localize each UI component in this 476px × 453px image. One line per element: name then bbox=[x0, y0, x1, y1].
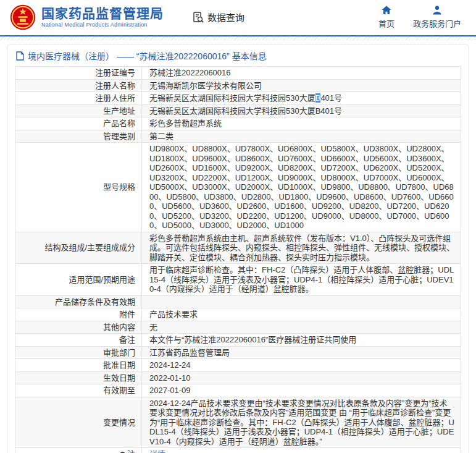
row-label: 适用范围/预期用途 bbox=[15, 264, 142, 296]
table-row: 其他内容无 bbox=[15, 321, 461, 334]
row-label: 注册人名称 bbox=[15, 79, 142, 92]
table-row: 产品名称彩色多普勒超声系统 bbox=[15, 117, 461, 130]
document-icon bbox=[16, 51, 24, 61]
table-row: 注册人住所无锡新吴区太湖国际科技园大学科技园530大厦B401号 bbox=[15, 92, 461, 105]
row-value: 无锡海斯凯尔医学技术有限公司 bbox=[142, 79, 461, 92]
row-label: 注册证编号 bbox=[15, 67, 142, 80]
table-row: 注册人名称无锡海斯凯尔医学技术有限公司 bbox=[15, 79, 461, 92]
site-header: 国家药品监督管理局 National Medical Products Admi… bbox=[0, 0, 476, 35]
registration-info-table: 注册证编号苏械注准20222060016注册人名称无锡海斯凯尔医学技术有限公司注… bbox=[15, 66, 461, 453]
hatch-pattern-strip bbox=[0, 36, 476, 40]
header-nav: 首页 政务服务门户 bbox=[378, 6, 467, 29]
detail-link[interactable]: 详情 bbox=[149, 449, 165, 453]
row-value: 无锡新吴区太湖国际科技园大学科技园530大厦B401号 bbox=[142, 104, 461, 117]
table-row: 型号规格UD9800X、UD8800X、UD7800X、UD6800X、UD58… bbox=[15, 143, 461, 232]
org-name-en: National Medical Products Administration bbox=[41, 22, 164, 28]
row-label: 有效期至 bbox=[15, 384, 142, 397]
row-value: 用于临床超声诊断检查。其中：FH-C2（凸阵探头）适用于人体腹部、盆腔脏器；UD… bbox=[142, 264, 461, 296]
table-row: 注详情 bbox=[15, 448, 461, 453]
row-label: 产品储存条件及有效期 bbox=[15, 295, 142, 308]
row-label: 备注 bbox=[15, 334, 142, 347]
data-query-link[interactable]: 数据查询 bbox=[192, 11, 244, 23]
content-panel: 境内医疗器械（注册） —— “苏械注准20222060016” 基本信息 注册证… bbox=[7, 44, 469, 453]
table-row: 审批部门江苏省药品监督管理局 bbox=[15, 346, 461, 359]
row-value: 2022-01-10 bbox=[142, 371, 461, 384]
row-label: 管理类别 bbox=[15, 130, 142, 143]
row-value: 第二类 bbox=[142, 130, 461, 143]
table-row: 批准日期2024-12-24 bbox=[15, 359, 461, 372]
row-label: 变更情况 bbox=[15, 397, 142, 448]
user-icon bbox=[432, 6, 442, 15]
row-label: 注 bbox=[15, 448, 142, 453]
row-value: 彩色多普勒超声系统由主机、超声系统软件（发布版本：V1.0）、凸阵探头及可选件组… bbox=[142, 232, 461, 264]
breadcrumb-text: 境内医疗器械（注册） —— “苏械注准20222060016” 基本信息 bbox=[28, 49, 267, 62]
row-value: 2024-12-24产品技术要求变更由“技术要求变更情况对比表原条款及内容”变更… bbox=[142, 397, 461, 448]
row-value: 2024-12-24 bbox=[142, 359, 461, 372]
table-row: 附件产品技术要求 bbox=[15, 308, 461, 321]
row-value: 详情 bbox=[142, 448, 461, 453]
row-value: 彩色多普勒超声系统 bbox=[142, 117, 461, 130]
org-name-cn: 国家药品监督管理局 bbox=[41, 6, 164, 21]
row-label: 附件 bbox=[15, 308, 142, 321]
table-row: 注册证编号苏械注准20222060016 bbox=[15, 67, 461, 80]
table-row: 产品储存条件及有效期 bbox=[15, 295, 461, 308]
row-label: 其他内容 bbox=[15, 321, 142, 334]
nav-home[interactable]: 首页 bbox=[378, 6, 395, 29]
row-label: 生产地址 bbox=[15, 104, 142, 117]
org-names: 国家药品监督管理局 National Medical Products Admi… bbox=[41, 6, 164, 28]
table-row: 生效日期2022-01-10 bbox=[15, 371, 461, 384]
row-value bbox=[142, 295, 461, 308]
table-row: 备注本文件与“苏械注准20222060016”医疗器械注册证共同使用 bbox=[15, 334, 461, 347]
table-row: 变更情况2024-12-24产品技术要求变更由“技术要求变更情况对比表原条款及内… bbox=[15, 397, 461, 448]
table-row: 适用范围/预期用途用于临床超声诊断检查。其中：FH-C2（凸阵探头）适用于人体腹… bbox=[15, 264, 461, 296]
row-label: 注册人住所 bbox=[15, 92, 142, 105]
table-row: 生产地址无锡新吴区太湖国际科技园大学科技园530大厦B401号 bbox=[15, 104, 461, 117]
table-row: 管理类别第二类 bbox=[15, 130, 461, 143]
row-value: 产品技术要求 bbox=[142, 308, 461, 321]
breadcrumb: 境内医疗器械（注册） —— “苏械注准20222060016” 基本信息 bbox=[15, 44, 461, 66]
document-search-icon bbox=[192, 11, 204, 23]
row-label: 生效日期 bbox=[15, 371, 142, 384]
row-value: 无锡新吴区太湖国际科技园大学科技园530大厦B401号 bbox=[142, 92, 461, 105]
row-value: 苏械注准20222060016 bbox=[142, 67, 461, 80]
table-row: 结构及组成/主要组成成分彩色多普勒超声系统由主机、超声系统软件（发布版本：V1.… bbox=[15, 232, 461, 264]
row-value: 江苏省药品监督管理局 bbox=[142, 346, 461, 359]
row-label: 产品名称 bbox=[15, 117, 142, 130]
row-value: 2027-01-09 bbox=[142, 384, 461, 397]
nav-gov-portal[interactable]: 政务服务门户 bbox=[413, 6, 461, 29]
row-value: 无 bbox=[142, 321, 461, 334]
national-emblem-icon bbox=[10, 3, 36, 32]
row-label: 批准日期 bbox=[15, 359, 142, 372]
table-row: 有效期至2027-01-09 bbox=[15, 384, 461, 397]
row-value: 本文件与“苏械注准20222060016”医疗器械注册证共同使用 bbox=[142, 334, 461, 347]
row-value: UD9800X、UD8800X、UD7800X、UD6800X、UD5800X、… bbox=[142, 143, 461, 232]
info-table-body: 注册证编号苏械注准20222060016注册人名称无锡海斯凯尔医学技术有限公司注… bbox=[15, 67, 461, 453]
row-label: 结构及组成/主要组成成分 bbox=[15, 232, 142, 264]
nav-home-label: 首页 bbox=[378, 17, 395, 29]
row-label: 型号规格 bbox=[15, 143, 142, 232]
logo[interactable]: 国家药品监督管理局 National Medical Products Admi… bbox=[10, 3, 164, 32]
home-icon bbox=[382, 6, 391, 15]
row-label: 审批部门 bbox=[15, 346, 142, 359]
data-query-label: 数据查询 bbox=[207, 11, 244, 23]
nav-gov-portal-label: 政务服务门户 bbox=[413, 17, 461, 29]
selected-text: B bbox=[315, 93, 321, 103]
